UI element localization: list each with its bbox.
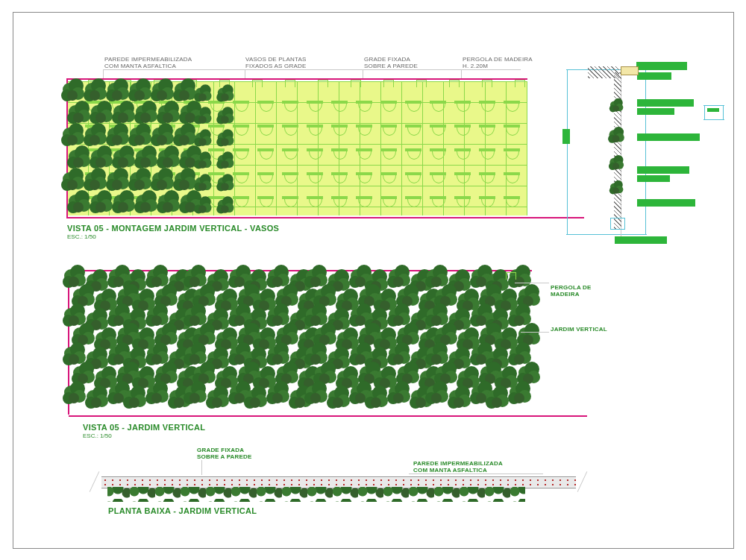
planter-pot xyxy=(430,172,446,183)
view2-callout-pergola-l2: MADEIRA xyxy=(551,291,580,298)
plan-callout-grade-l1: GRADE FIXADA xyxy=(197,447,244,453)
planter-pot xyxy=(504,101,520,111)
foliage-cluster xyxy=(304,381,330,406)
callout-pergola-l2: H. 2.20M xyxy=(463,63,488,69)
foliage-cluster xyxy=(194,174,213,193)
mini-detail-fill xyxy=(707,108,719,112)
foliage-cluster xyxy=(67,190,93,215)
foliage-cluster xyxy=(106,123,131,148)
planter-pot xyxy=(257,125,274,135)
callout-rule xyxy=(103,69,521,70)
view2-title: VISTA 05 - JARDIM VERTICAL xyxy=(83,423,205,432)
planter-pot xyxy=(307,148,323,159)
foliage-cluster xyxy=(67,101,93,126)
planter-pot xyxy=(380,125,397,135)
foliage-cluster xyxy=(194,196,213,215)
foliage-cluster xyxy=(157,190,182,215)
view2-bracket xyxy=(506,272,516,280)
foliage-cluster xyxy=(85,386,110,411)
planter-pot xyxy=(380,196,397,207)
leader xyxy=(103,69,104,78)
view2-scale: ESC.: 1/50 xyxy=(83,432,112,439)
callout-vasos-l1: VASOS DE PLANTAS xyxy=(245,56,307,63)
planter-pot xyxy=(479,172,495,183)
planter-pot xyxy=(282,148,298,159)
foliage-cluster xyxy=(157,145,182,171)
planter-pot xyxy=(479,148,495,159)
pergola-bracket xyxy=(252,80,263,87)
foliage-cluster xyxy=(216,196,236,215)
view2-callout-jardim: JARDIM VERTICAL xyxy=(551,326,607,333)
planter-pot xyxy=(331,172,348,183)
foliage-cluster xyxy=(184,381,209,406)
section-label-bar xyxy=(637,175,670,182)
planter-pot xyxy=(504,196,520,207)
section-plant xyxy=(609,98,624,113)
drawing-frame: PAREDE IMPERMEABILIZADA COM MANTA ASFALT… xyxy=(13,12,734,549)
planter-pot xyxy=(405,172,421,183)
foliage-cluster xyxy=(123,386,148,411)
planter-pot xyxy=(356,172,372,183)
section-label-bar xyxy=(637,199,695,207)
foliage-cluster xyxy=(67,145,93,171)
foliage-cluster xyxy=(206,386,231,411)
foliage-cluster xyxy=(508,381,533,406)
view1-base-line xyxy=(67,217,584,218)
planter-pot xyxy=(454,125,471,135)
planter-pot xyxy=(479,101,495,111)
planter-pot xyxy=(331,148,348,159)
foliage-cluster xyxy=(90,190,115,215)
planter-pot xyxy=(405,125,421,135)
break-mark xyxy=(90,471,100,492)
foliage-cluster xyxy=(112,101,137,126)
planter-pot xyxy=(479,125,495,135)
plan-callout-parede-l2: COM MANTA ASFALTICA xyxy=(413,467,487,474)
section-pergola-hatch xyxy=(588,66,619,78)
callout-parede-l2: COM MANTA ASFALTICA xyxy=(104,63,176,69)
foliage-cluster xyxy=(425,381,451,406)
foliage-cluster xyxy=(448,386,473,411)
planter-pot xyxy=(405,148,421,159)
planter-pot xyxy=(430,101,446,111)
section-label-bar xyxy=(637,99,694,107)
foliage-cluster xyxy=(112,145,137,171)
planter-pot xyxy=(257,101,274,111)
planter-pot xyxy=(479,196,495,207)
leader xyxy=(521,332,549,333)
planter-pot xyxy=(307,125,323,135)
view1-scale: ESC.: 1/50 xyxy=(67,233,96,240)
pergola-bracket xyxy=(416,80,427,87)
foliage-cluster xyxy=(486,386,511,411)
foliage-cluster xyxy=(151,78,176,104)
foliage-cluster xyxy=(194,84,213,104)
planter-pot xyxy=(257,196,274,207)
section-plant xyxy=(609,180,624,195)
planter-pot xyxy=(430,196,446,207)
plan-callout-grade-l2: SOBRE A PAREDE xyxy=(197,453,252,460)
foliage-cluster xyxy=(266,381,292,406)
planter-pot xyxy=(257,172,274,183)
planter-pot xyxy=(282,196,298,207)
section-pergola-beam xyxy=(621,66,639,75)
foliage-cluster xyxy=(387,381,413,406)
planter-pot xyxy=(405,196,421,207)
foliage-cluster xyxy=(61,168,87,193)
section-label-bar xyxy=(637,166,689,174)
foliage-cluster xyxy=(157,101,182,126)
break-mark xyxy=(577,471,588,492)
foliage-cluster xyxy=(244,386,269,411)
planter-pot xyxy=(282,172,298,183)
planter-pot xyxy=(356,125,372,135)
pergola-bracket xyxy=(449,80,460,87)
foliage-cluster xyxy=(151,123,176,148)
foliage-cluster xyxy=(134,101,160,126)
foliage-cluster xyxy=(112,190,137,215)
foliage-cluster xyxy=(134,145,160,171)
planter-pot xyxy=(454,148,471,159)
foliage-cluster xyxy=(216,129,236,148)
planter-pot xyxy=(307,172,323,183)
pergola-bracket xyxy=(383,80,394,87)
foliage-cluster xyxy=(128,123,154,148)
planter-pot xyxy=(454,101,471,111)
pergola-bracket xyxy=(482,80,492,87)
